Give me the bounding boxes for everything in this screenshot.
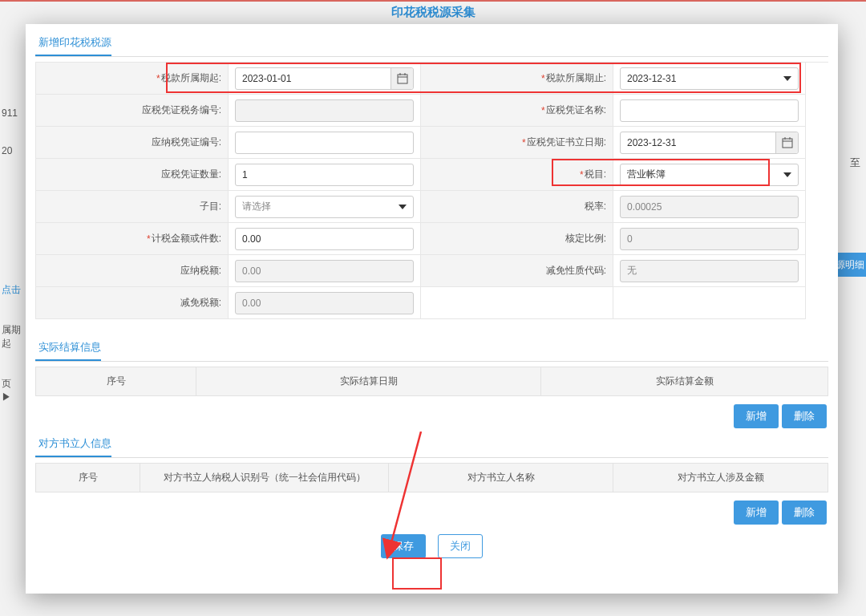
input-exempt-code: 无 <box>620 260 799 282</box>
input-voucher-qty[interactable]: 1 <box>235 164 414 186</box>
settlement-table: 序号 实际结算日期 实际结算金额 <box>35 367 828 396</box>
col-cp-name: 对方书立人名称 <box>389 464 613 492</box>
input-tax-basis[interactable]: 0.00 <box>235 228 414 250</box>
input-tax-rate: 0.00025 <box>620 196 799 218</box>
label-voucher-qty: 应税凭证数量: <box>36 159 229 191</box>
label-tax-basis: *计税金额或件数: <box>36 223 229 255</box>
label-voucher-tax-no: 应税凭证税务编号: <box>36 95 229 127</box>
select-period-to[interactable]: 2023-12-31 <box>620 67 799 90</box>
background-left-strip: 911 20 点击 属期起 页 ▶ <box>0 104 24 428</box>
counterparty-add-button[interactable]: 新增 <box>734 500 779 525</box>
modal-stamp-tax-source: 新增印花税税源 *税款所属期起: 2023-01-01 *税款所属期止: 202… <box>26 24 838 594</box>
input-assess-ratio: 0 <box>620 228 799 250</box>
select-tax-item[interactable]: 营业帐簿 <box>620 164 799 186</box>
select-sub-item[interactable]: 请选择 <box>235 196 414 218</box>
label-period-from: *税款所属期起: <box>36 63 229 95</box>
label-exempt-code: 减免性质代码: <box>421 255 613 287</box>
close-button[interactable]: 关闭 <box>438 534 483 558</box>
col-seq2: 序号 <box>36 464 140 492</box>
counterparty-delete-button[interactable]: 删除 <box>782 500 827 525</box>
calendar-icon[interactable] <box>391 68 413 89</box>
label-tax-item: *税目: <box>421 159 613 191</box>
input-voucher-tax-no <box>235 99 414 122</box>
input-tax-pay-voucher-no[interactable] <box>235 132 414 154</box>
bg-to-label: 至 <box>844 151 866 175</box>
chevron-down-icon <box>783 76 791 81</box>
svg-rect-0 <box>398 75 407 83</box>
label-tax-rate: 税率: <box>421 191 613 223</box>
col-settle-amount: 实际结算金额 <box>541 367 828 396</box>
svg-rect-4 <box>783 139 792 148</box>
col-seq: 序号 <box>36 367 196 396</box>
input-voucher-date[interactable]: 2023-12-31 <box>620 132 799 154</box>
counterparty-table: 序号 对方书立人纳税人识别号（统一社会信用代码） 对方书立人名称 对方书立人涉及… <box>35 463 828 492</box>
chevron-down-icon <box>399 205 407 209</box>
save-button[interactable]: 保存 <box>381 534 426 558</box>
calendar-icon[interactable] <box>775 132 798 153</box>
input-exempt-amount: 0.00 <box>235 292 414 314</box>
settlement-add-button[interactable]: 新增 <box>734 404 779 428</box>
section-title-settlement: 实际结算信息 <box>35 337 101 361</box>
bg-tag-right: 源明细 <box>834 253 866 277</box>
page-title: 印花税税源采集 <box>0 5 866 24</box>
col-cp-amount: 对方书立人涉及金额 <box>613 464 828 492</box>
form-grid: *税款所属期起: 2023-01-01 *税款所属期止: 2023-12-31 … <box>35 62 828 319</box>
label-assess-ratio: 核定比例: <box>421 223 613 255</box>
label-tax-payable: 应纳税额: <box>36 255 229 287</box>
label-exempt-amount: 减免税额: <box>36 287 229 319</box>
input-voucher-name[interactable] <box>620 99 799 122</box>
label-tax-pay-voucher-no: 应纳税凭证编号: <box>36 127 229 159</box>
chevron-down-icon <box>783 172 791 177</box>
input-period-from[interactable]: 2023-01-01 <box>235 67 414 90</box>
settlement-delete-button[interactable]: 删除 <box>782 404 827 428</box>
input-tax-payable: 0.00 <box>235 260 414 282</box>
label-sub-item: 子目: <box>36 191 229 223</box>
label-period-to: *税款所属期止: <box>421 63 613 95</box>
col-cp-taxid: 对方书立人纳税人识别号（统一社会信用代码） <box>140 464 389 492</box>
section-title-counterparty: 对方书立人信息 <box>35 433 111 457</box>
label-voucher-date: *应税凭证书立日期: <box>421 127 613 159</box>
label-voucher-name: *应税凭证名称: <box>421 95 613 127</box>
col-settle-date: 实际结算日期 <box>196 367 541 396</box>
section-title-new-source: 新增印花税税源 <box>35 32 111 56</box>
